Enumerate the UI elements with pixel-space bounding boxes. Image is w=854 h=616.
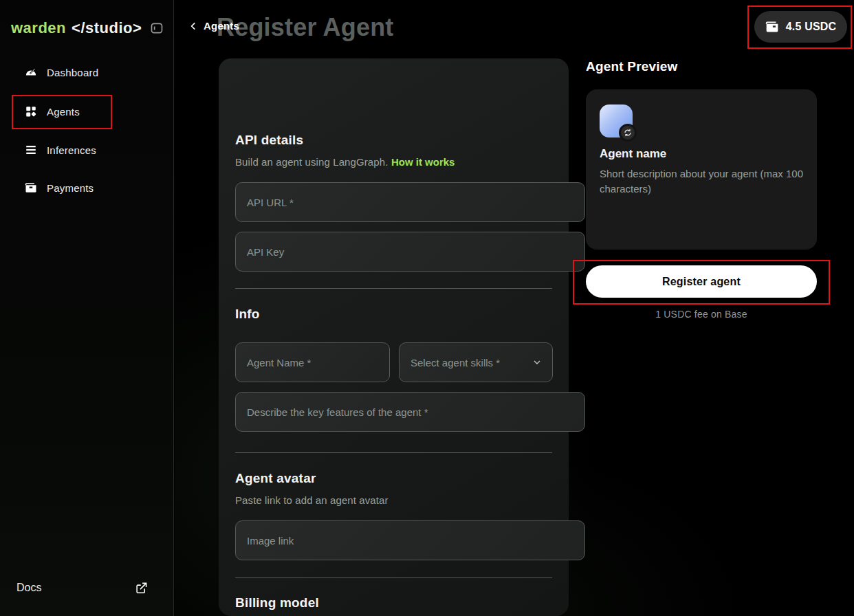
sidebar-item-label: Inferences <box>47 144 96 156</box>
chevron-left-icon <box>188 21 199 32</box>
app-root: warden </studio> Dashboard <box>0 0 854 616</box>
image-link-input[interactable] <box>235 520 585 560</box>
sidebar-item-payments[interactable]: Payments <box>11 174 163 201</box>
sidebar-item-label: Payments <box>47 182 94 194</box>
logo-brand-text: warden <box>11 19 66 37</box>
sidebar-toggle-icon[interactable] <box>150 21 164 35</box>
app-logo: warden </studio> <box>11 19 164 37</box>
agent-preview-title: Agent Preview <box>586 59 678 74</box>
register-agent-form: API details Build an agent using LangGra… <box>219 58 569 616</box>
wallet-icon <box>765 20 779 34</box>
agent-description-input[interactable] <box>235 392 585 432</box>
agent-avatar-subtitle: Paste link to add an agent avatar <box>235 494 552 506</box>
grid-icon <box>25 105 37 118</box>
how-it-works-link[interactable]: How it works <box>391 156 455 168</box>
agent-skills-placeholder: Select agent skills * <box>410 357 500 368</box>
rows-icon <box>25 144 37 156</box>
api-key-input[interactable] <box>235 232 585 272</box>
section-divider <box>235 578 552 578</box>
info-title: Info <box>235 307 552 322</box>
register-agent-button[interactable]: Register agent <box>586 265 817 298</box>
section-divider <box>235 452 552 453</box>
back-to-agents-link[interactable]: Agents <box>188 20 239 32</box>
back-link-label: Agents <box>204 20 239 32</box>
agent-name-input[interactable] <box>235 342 390 382</box>
api-url-input[interactable] <box>235 182 585 222</box>
wallet-icon <box>25 182 37 194</box>
page-title: Register Agent <box>217 13 394 42</box>
sidebar-docs-link[interactable]: Docs <box>0 576 174 600</box>
api-details-title: API details <box>235 133 552 148</box>
sidebar-item-label: Agents <box>47 106 80 118</box>
external-link-icon <box>135 582 148 595</box>
wallet-balance-value: 4.5 USDC <box>786 21 837 33</box>
docs-link-label: Docs <box>17 582 41 594</box>
sidebar-item-agents[interactable]: Agents <box>11 98 163 125</box>
sidebar-item-dashboard[interactable]: Dashboard <box>11 58 163 86</box>
agent-avatar-title: Agent avatar <box>235 471 552 486</box>
gauge-icon <box>25 66 37 78</box>
sidebar-item-label: Dashboard <box>47 67 98 78</box>
chevron-down-icon <box>532 357 543 368</box>
billing-model-title: Billing model <box>235 595 552 610</box>
preview-agent-name: Agent name <box>600 147 666 161</box>
sidebar-item-inferences[interactable]: Inferences <box>11 136 163 164</box>
sidebar: warden </studio> Dashboard <box>0 0 174 616</box>
logo-suffix-text: </studio> <box>72 19 142 37</box>
api-details-subtitle: Build an agent using LangGraph. How it w… <box>235 156 552 168</box>
agent-preview-card: Agent name Short description about your … <box>586 89 817 250</box>
refresh-avatar-icon[interactable] <box>619 124 637 142</box>
main-content: Register Agent Agents 4.5 USDC API <box>175 0 854 616</box>
fee-note: 1 USDC fee on Base <box>586 309 817 320</box>
agent-skills-select[interactable]: Select agent skills * <box>399 342 553 382</box>
wallet-balance-button[interactable]: 4.5 USDC <box>754 11 847 43</box>
preview-agent-description: Short description about your agent (max … <box>600 166 804 197</box>
section-divider <box>235 288 552 289</box>
